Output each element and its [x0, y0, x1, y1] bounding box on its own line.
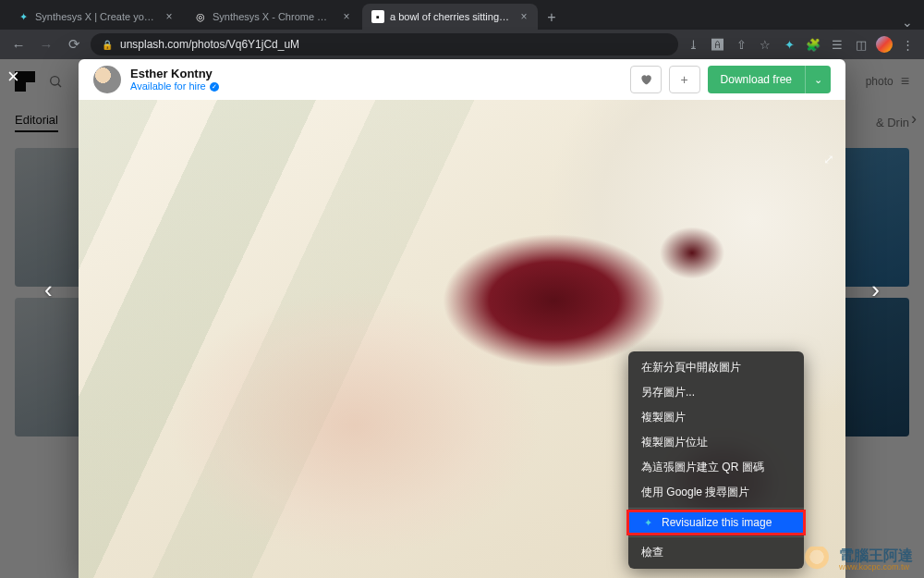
add-to-collection-button[interactable]: + — [669, 66, 700, 93]
download-label: Download free — [708, 66, 805, 93]
heart-icon — [639, 73, 652, 86]
download-options-button[interactable]: ⌄ — [805, 66, 831, 93]
reload-button[interactable]: ⟳ — [63, 33, 85, 55]
ctx-separator — [628, 536, 804, 537]
browser-tab-strip: ✦ Synthesys X | Create your own × ◎ Synt… — [0, 0, 924, 30]
back-button[interactable]: ← — [7, 33, 30, 55]
plus-icon: + — [681, 72, 688, 87]
watermark: 電腦王阿達 www.kocpc.com.tw — [800, 547, 913, 572]
forward-button: → — [35, 33, 57, 55]
browser-tab[interactable]: ◎ Synthesys X - Chrome 線上應用 × — [185, 4, 360, 30]
browser-tab[interactable]: ✦ Synthesys X | Create your own × — [7, 4, 183, 30]
next-photo-button[interactable]: › — [871, 275, 880, 303]
synthesys-extension-icon[interactable]: ✦ — [780, 35, 798, 54]
profile-avatar[interactable] — [876, 36, 893, 53]
extensions-icon[interactable]: 🧩 — [804, 35, 822, 54]
ctx-search-google-image[interactable]: 使用 Google 搜尋圖片 — [628, 480, 804, 505]
install-icon[interactable]: ⤓ — [684, 35, 702, 54]
address-bar[interactable]: 🔒 unsplash.com/photos/Vq6Y1jCd_uM — [91, 33, 678, 55]
author-name[interactable]: Esther Kontny — [130, 67, 219, 81]
translate-icon[interactable]: 🅰 — [708, 35, 726, 54]
tab-favicon: ◎ — [194, 10, 207, 23]
verified-badge-icon: ✓ — [210, 82, 219, 92]
ctx-inspect[interactable]: 檢查 — [628, 540, 804, 565]
fullscreen-icon[interactable]: ⤢ — [823, 152, 834, 166]
lock-icon: 🔒 — [102, 40, 113, 50]
modal-header: Esther Kontny Available for hire ✓ + Dow… — [79, 59, 845, 100]
window-chevron-down-icon[interactable]: ⌄ — [902, 15, 924, 30]
ctx-open-image-new-tab[interactable]: 在新分頁中開啟圖片 — [628, 355, 804, 380]
tab-title: Synthesys X | Create your own — [35, 11, 157, 22]
ctx-create-qr-code[interactable]: 為這張圖片建立 QR 圖碼 — [628, 455, 804, 480]
kebab-menu-icon[interactable]: ⋮ — [898, 35, 917, 54]
side-panel-icon[interactable]: ◫ — [852, 35, 870, 54]
browser-toolbar: ← → ⟳ 🔒 unsplash.com/photos/Vq6Y1jCd_uM … — [0, 30, 924, 59]
new-tab-button[interactable]: + — [540, 6, 564, 30]
share-icon[interactable]: ⇧ — [732, 35, 750, 54]
like-button[interactable] — [630, 66, 662, 93]
tab-favicon: ✦ — [17, 10, 30, 23]
tab-favicon: ▪ — [371, 10, 384, 23]
prev-photo-button[interactable]: ‹ — [44, 275, 53, 303]
ctx-copy-image-address[interactable]: 複製圖片位址 — [628, 430, 804, 455]
chevron-down-icon: ⌄ — [814, 74, 822, 86]
ctx-save-image-as[interactable]: 另存圖片... — [628, 380, 804, 405]
browser-tab-active[interactable]: ▪ a bowl of cherries sitting on a t × — [362, 4, 538, 30]
author-avatar[interactable] — [93, 66, 121, 93]
close-icon[interactable]: × — [340, 10, 353, 23]
watermark-title: 電腦王阿達 — [839, 548, 913, 563]
close-modal-icon[interactable]: × — [7, 65, 19, 89]
watermark-logo-icon — [800, 547, 833, 572]
tab-title: a bowl of cherries sitting on a t — [390, 11, 512, 22]
watermark-url: www.kocpc.com.tw — [839, 563, 913, 572]
reading-list-icon[interactable]: ☰ — [828, 35, 846, 54]
available-for-hire-link[interactable]: Available for hire — [130, 80, 206, 92]
close-icon[interactable]: × — [517, 10, 530, 23]
synthesys-extension-icon: ✦ — [641, 516, 654, 529]
ctx-copy-image[interactable]: 複製圖片 — [628, 405, 804, 430]
ctx-separator — [628, 508, 804, 509]
close-icon[interactable]: × — [163, 10, 176, 23]
url-text: unsplash.com/photos/Vq6Y1jCd_uM — [120, 38, 299, 51]
ctx-revisualize-image[interactable]: ✦ Revisualize this image — [628, 511, 804, 534]
context-menu: 在新分頁中開啟圖片 另存圖片... 複製圖片 複製圖片位址 為這張圖片建立 QR… — [628, 351, 804, 569]
tab-title: Synthesys X - Chrome 線上應用 — [213, 10, 334, 24]
download-button[interactable]: Download free ⌄ — [708, 66, 831, 93]
bookmark-icon[interactable]: ☆ — [756, 35, 774, 54]
